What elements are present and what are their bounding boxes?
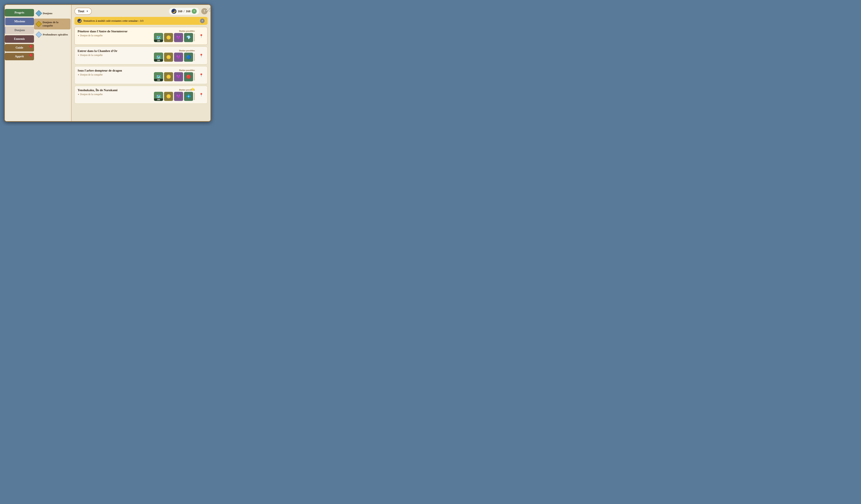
dungeon-item-arbre-dragon[interactable]: Sous l'arbre dompteur de dragon Donjon d…: [74, 66, 207, 84]
rewards-items-arbre-dragon: 🗺️ 300 🪙 💜 🔴: [154, 72, 195, 81]
submenu-item-donjons[interactable]: Donjons: [34, 9, 70, 18]
reward-item-2: 🪙: [164, 33, 173, 42]
reward-item-3: 💜: [174, 33, 183, 42]
submenu: Donjons Donjons de la conquête Profondeu…: [34, 7, 70, 41]
sidebar-item-appret[interactable]: Apprêt !: [5, 53, 34, 60]
dungeon-title-tenshukaku: Tenshukaku, Île de Narukami: [78, 88, 151, 92]
submenu-label-donjons: Donjons: [43, 12, 52, 15]
reward-item-c1: 🗺️ 300: [154, 53, 163, 62]
reward-item-4: 💎: [184, 33, 193, 42]
reward-item-a2: 🪙: [164, 72, 173, 81]
submenu-item-donjons-conquete[interactable]: Donjons de la conquête: [34, 18, 70, 29]
profondeurs-icon: [36, 31, 42, 38]
rewards-items-tenshukaku: 🗺️ 300 🪙 💜 💠: [154, 92, 195, 101]
dungeon-item-stormterror[interactable]: Pénétrer dans l'Antre de Stormterror Don…: [74, 27, 207, 45]
sidebar-item-progres[interactable]: Progrès: [5, 9, 34, 16]
submenu-label-profondeurs: Profondeurs spiralées: [43, 33, 68, 36]
notif-moon-icon: 🌙: [77, 19, 82, 23]
notification-text: Tentatives à moitié coût restantes cette…: [83, 19, 144, 23]
resin-max: 160: [186, 10, 191, 13]
dungeon-info-stormterror: Pénétrer dans l'Antre de Stormterror Don…: [78, 30, 151, 37]
dungeon-info-chambre-or: Entrer dans la Chambre d'Or Donjon de la…: [78, 49, 151, 57]
resin-current: 160: [178, 10, 182, 13]
rewards-items-stormterror: 🗺️ 300 🪙 💜 💎: [154, 33, 195, 42]
dungeon-type-stormterror: Donjon de la conquête: [78, 34, 151, 37]
sidebar-item-guide[interactable]: Guide !: [5, 44, 34, 52]
dungeon-info-arbre-dragon: Sous l'arbre dompteur de dragon Donjon d…: [78, 69, 151, 76]
donjons-icon: [36, 10, 42, 16]
submenu-item-profondeurs[interactable]: Profondeurs spiralées: [34, 30, 70, 39]
reward-separator: [194, 34, 195, 41]
top-bar: Tout ▼ 🌙 160 / 160 + ?: [74, 8, 207, 15]
cost-badge-1: 300: [154, 40, 163, 42]
dungeon-rewards-stormterror: Butins possibles 🗺️ 300 🪙 💜: [154, 30, 195, 42]
dungeon-list: Pénétrer dans l'Antre de Stormterror Don…: [74, 27, 207, 118]
dungeon-title-stormterror: Pénétrer dans l'Antre de Stormterror: [78, 30, 151, 33]
close-icon: ✕: [205, 6, 210, 13]
right-panel: Tout ▼ 🌙 160 / 160 + ? 🌙 Tentatives à mo…: [71, 5, 210, 121]
left-panel: Progrès Missions Donjons Ennemis Guide !…: [5, 5, 71, 121]
dungeon-type-chambre-or: Donjon de la conquête: [78, 54, 151, 57]
reward-item-a3: 💜: [174, 72, 183, 81]
reward-item-t1: 🗺️ 300: [154, 92, 163, 101]
reward-item-1: 🗺️ 300: [154, 33, 163, 42]
cost-badge-a1: 300: [154, 79, 163, 81]
dungeon-item-tenshukaku[interactable]: Tenshukaku, Île de Narukami Donjon de la…: [74, 86, 207, 104]
notif-help-button[interactable]: ?: [200, 18, 205, 23]
sidebar-item-donjons[interactable]: Donjons: [5, 27, 34, 34]
dungeon-type-tenshukaku: Donjon de la conquête: [78, 93, 151, 96]
dungeon-rewards-tenshukaku: Butins possibles ⭐ 🗺️ 300 🪙 💜: [154, 88, 195, 101]
star-badge-tenshukaku: ⭐: [191, 87, 195, 91]
reward-item-a4: 🔴: [184, 72, 193, 81]
cost-badge-t1: 300: [154, 98, 163, 101]
cost-badge-c1: 300: [154, 59, 163, 62]
reward-item-t4: 💠: [184, 92, 193, 101]
location-button-tenshukaku[interactable]: 📍: [198, 92, 204, 98]
sidebar-item-ennemis[interactable]: Ennemis: [5, 35, 34, 43]
dungeon-title-chambre-or: Entrer dans la Chambre d'Or: [78, 49, 151, 53]
reward-item-t3: 💜: [174, 92, 183, 101]
dungeon-rewards-arbre-dragon: Butins possibles 🗺️ 300 🪙 💜: [154, 69, 195, 81]
dungeon-title-arbre-dragon: Sous l'arbre dompteur de dragon: [78, 69, 151, 72]
rewards-label-arbre-dragon: Butins possibles: [154, 69, 195, 71]
location-button-arbre-dragon[interactable]: 📍: [198, 72, 204, 78]
reward-separator-t: [194, 93, 195, 100]
resin-icon: 🌙: [172, 9, 176, 14]
appret-badge: !: [29, 54, 32, 56]
sidebar-item-missions[interactable]: Missions: [5, 18, 34, 25]
dungeon-info-tenshukaku: Tenshukaku, Île de Narukami Donjon de la…: [78, 88, 151, 96]
reward-item-c3: 💜: [174, 53, 183, 62]
location-button-chambre-or[interactable]: 📍: [198, 52, 204, 59]
reward-separator-a: [194, 73, 195, 81]
close-button[interactable]: ✕: [203, 5, 212, 14]
rewards-items-chambre-or: 🗺️ 300 🪙 💜 🔵: [154, 53, 195, 62]
resin-separator: /: [183, 10, 184, 13]
reward-item-c2: 🪙: [164, 53, 173, 62]
reward-item-t2: 🪙: [164, 92, 173, 101]
guide-badge: !: [29, 45, 32, 48]
book-container: Progrès Missions Donjons Ennemis Guide !…: [4, 4, 211, 122]
rewards-label-stormterror: Butins possibles: [154, 30, 195, 32]
resin-counter: 🌙 160 / 160 +: [169, 8, 199, 15]
nav-sidebar: Progrès Missions Donjons Ennemis Guide !…: [5, 7, 34, 63]
filter-label: Tout: [78, 9, 84, 13]
filter-arrow-icon: ▼: [86, 10, 88, 13]
dungeon-item-chambre-or[interactable]: Entrer dans la Chambre d'Or Donjon de la…: [74, 46, 207, 65]
reward-item-a1: 🗺️ 300: [154, 72, 163, 81]
reward-item-c4: 🔵: [184, 53, 193, 62]
reward-separator-c: [194, 53, 195, 61]
notification-bar: 🌙 Tentatives à moitié coût restantes cet…: [74, 17, 207, 25]
add-resin-button[interactable]: +: [192, 9, 197, 14]
filter-dropdown[interactable]: Tout ▼: [74, 8, 92, 15]
rewards-label-chambre-or: Butins possibles: [154, 49, 195, 52]
dungeon-type-arbre-dragon: Donjon de la conquête: [78, 73, 151, 76]
rewards-label-tenshukaku: Butins possibles: [154, 88, 195, 91]
location-button-stormterror[interactable]: 📍: [198, 33, 204, 39]
donjons-conquete-icon: [36, 21, 42, 27]
dungeon-rewards-chambre-or: Butins possibles 🗺️ 300 🪙 💜: [154, 49, 195, 62]
submenu-label-conquete: Donjons de la conquête: [43, 21, 68, 27]
